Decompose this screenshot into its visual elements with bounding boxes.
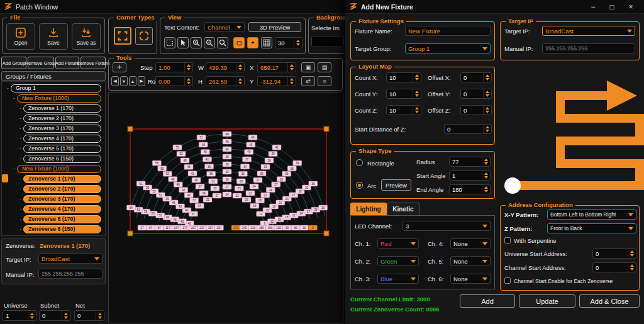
align-button[interactable]: ≡ <box>318 76 331 86</box>
tree-item-label[interactable]: Zenoverse 3 (170) <box>23 195 101 203</box>
count-y-spinner[interactable]: 10 <box>386 89 421 99</box>
target-ip-dropdown[interactable]: BroadCast <box>542 26 635 36</box>
tree-item-label[interactable]: New Fixture (1000) <box>17 165 101 173</box>
rotate-spinner[interactable]: 0.00 <box>155 76 193 86</box>
detail-target-ip-dropdown[interactable]: BroadCast <box>38 254 103 264</box>
maximize-button[interactable]: □ <box>602 0 621 13</box>
tree-item[interactable]: -New Fixture (1000) <box>6 93 104 103</box>
arc-radio[interactable] <box>356 182 363 189</box>
grid-size-spinner[interactable]: 30 <box>275 37 303 48</box>
zoom-in-button[interactable] <box>191 37 202 48</box>
spinner-arrows[interactable] <box>483 89 491 98</box>
tree-item[interactable]: -Zenoverse 6 (150) <box>6 224 104 234</box>
nudge-up-button[interactable]: ▲ <box>129 76 136 86</box>
tree-item[interactable]: -Zenoverse 4 (170) <box>6 133 104 143</box>
move-tool-button[interactable]: ✛ <box>113 62 126 72</box>
xy-pattern-dropdown[interactable]: Bottom Left to Bottom Right <box>547 209 636 220</box>
step-spinner[interactable]: 1.00 <box>155 62 193 72</box>
spinner-arrows[interactable] <box>483 106 491 115</box>
remove-fixture-button[interactable]: Remove Fixture <box>80 57 106 69</box>
nudge-left-button[interactable]: ◀ <box>111 76 119 86</box>
spinner-arrows[interactable] <box>96 311 104 320</box>
subnet-spinner[interactable]: 0 <box>39 310 70 321</box>
layers-button[interactable]: ▤ <box>318 62 331 72</box>
spinner-arrows[interactable] <box>413 89 421 98</box>
spinner-arrows[interactable] <box>482 157 490 166</box>
universe-spinner[interactable]: 1 <box>3 310 36 321</box>
preview-3d-button[interactable]: 3D Preview <box>248 22 301 32</box>
end-angle-spinner[interactable]: 180 <box>449 184 491 194</box>
tree-item-label[interactable]: Zenoverse 1 (170) <box>23 175 101 183</box>
fixture-name-input[interactable]: New Fixture <box>405 26 491 36</box>
tree-item[interactable]: -Zenoverse 3 (170) <box>6 194 104 204</box>
ch6-dropdown[interactable]: None <box>450 274 491 284</box>
z-pattern-dropdown[interactable]: Front to Back <box>547 223 636 233</box>
tree-item-label[interactable]: Zenoverse 6 (150) <box>23 155 101 163</box>
count-x-spinner[interactable]: 10 <box>386 72 421 82</box>
nudge-down-button[interactable]: ▼ <box>120 76 128 86</box>
tree-item-label[interactable]: Zenoverse 3 (170) <box>23 125 101 133</box>
close-button[interactable]: × <box>621 0 640 13</box>
spinner-arrows[interactable] <box>294 38 302 48</box>
spinner-arrows[interactable] <box>62 311 70 320</box>
start-angle-spinner[interactable]: 1 <box>449 170 491 181</box>
corner-type-round-button[interactable] <box>135 27 153 45</box>
dialog-titlebar[interactable]: Add New Fixture − □ × <box>345 0 644 14</box>
select-image-button[interactable] <box>311 36 344 47</box>
zoom-out-button[interactable] <box>204 37 215 48</box>
ch2-dropdown[interactable]: Green <box>377 256 419 266</box>
spinner-arrows[interactable] <box>628 263 636 272</box>
width-spinner[interactable]: 499.39 <box>206 62 245 72</box>
zoom-fit-button[interactable] <box>217 37 228 48</box>
nudge-right-button[interactable]: ▶ <box>138 76 145 86</box>
tree-item[interactable]: -Zenoverse 1 (170) <box>6 103 104 113</box>
tree-item[interactable]: -New Fixture (1000) <box>6 164 104 174</box>
remove-group-button[interactable]: Remove Group <box>28 57 54 69</box>
ch4-dropdown[interactable]: None <box>450 238 491 249</box>
ch1-dropdown[interactable]: Red <box>377 238 419 249</box>
tree-item-group[interactable]: -Group 1 <box>6 83 104 93</box>
height-spinner[interactable]: 262.59 <box>206 76 245 86</box>
tree-item[interactable]: -Zenoverse 5 (170) <box>6 214 104 224</box>
add-group-button[interactable]: Add Group <box>1 57 26 69</box>
spinner-arrows[interactable] <box>413 73 421 82</box>
tree-item-label[interactable]: Group 1 <box>11 84 101 92</box>
tree-item-label[interactable]: Zenoverse 2 (170) <box>23 115 101 123</box>
patch-canvas[interactable]: 4043464952555861643740434649525558613437… <box>108 92 343 323</box>
tree-item-label[interactable]: Zenoverse 5 (170) <box>23 145 101 153</box>
tree-item[interactable]: -Zenoverse 2 (170) <box>6 113 104 123</box>
spinner-arrows[interactable] <box>413 106 421 115</box>
preview-button[interactable]: Preview <box>381 179 411 191</box>
spinner-arrows[interactable] <box>482 171 490 180</box>
tree-item-label[interactable]: New Fixture (1000) <box>17 94 101 103</box>
manual-ip-field[interactable]: 255.255.255.255 <box>542 43 635 53</box>
detail-manual-ip-field[interactable]: 255.255.255.255 <box>38 269 103 279</box>
radius-spinner[interactable]: 77 <box>449 157 491 167</box>
spinner-arrows[interactable] <box>482 185 490 194</box>
led-channel-dropdown[interactable]: 3 <box>402 221 491 231</box>
tree-item-label[interactable]: Zenoverse 2 (170) <box>23 185 101 193</box>
with-serpentine-checkbox[interactable] <box>504 237 511 243</box>
offset-x-spinner[interactable]: 0 <box>460 72 492 82</box>
shape-tool-button[interactable]: ▢ <box>233 37 245 48</box>
spinner-arrows[interactable] <box>483 73 491 82</box>
tree-item[interactable]: -Zenoverse 6 (150) <box>6 154 104 164</box>
selection-box-tool-button[interactable] <box>164 37 175 48</box>
tab-lighting[interactable]: Lighting <box>350 203 387 215</box>
count-z-spinner[interactable]: 10 <box>386 105 421 115</box>
spinner-arrows[interactable] <box>483 125 491 133</box>
tree-item-label[interactable]: Zenoverse 1 (170) <box>23 104 101 113</box>
tree-item-label[interactable]: Zenoverse 4 (170) <box>23 205 101 213</box>
universe-start-spinner[interactable]: 0 <box>592 249 636 259</box>
tree-item-label[interactable]: Zenoverse 4 (170) <box>23 135 101 143</box>
tree-item[interactable]: -Zenoverse 1 (170) <box>6 174 104 184</box>
save-as-button[interactable]: Save as <box>72 23 101 50</box>
tree-item-label[interactable]: Zenoverse 5 (170) <box>23 215 101 223</box>
y-spinner[interactable]: -312.94 <box>257 76 296 86</box>
spinner-arrows[interactable] <box>287 77 296 86</box>
tree-item[interactable]: -Zenoverse 3 (170) <box>6 123 104 133</box>
select-all-button[interactable]: ▣ <box>301 62 315 72</box>
text-content-dropdown[interactable]: Channel <box>204 22 245 32</box>
target-group-dropdown[interactable]: Group 1 <box>405 43 491 53</box>
open-button[interactable]: Open <box>6 23 35 50</box>
